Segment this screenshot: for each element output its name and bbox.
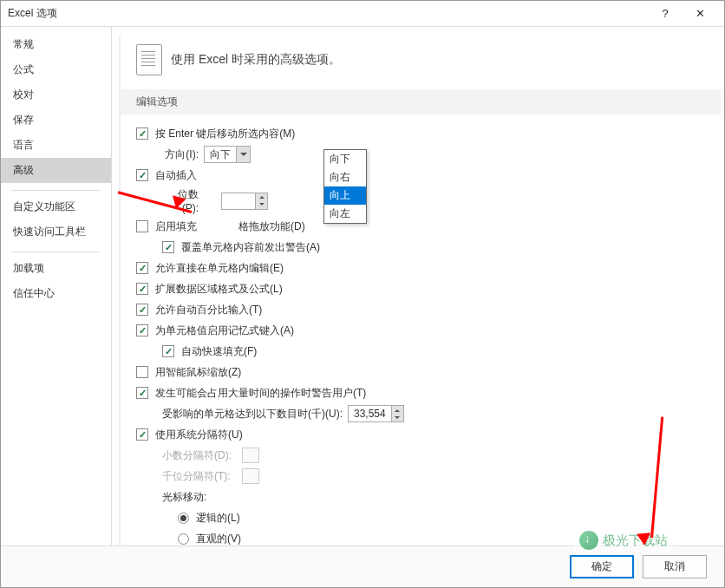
label-warn-long-op: 发生可能会占用大量时间的操作时警告用户(T) xyxy=(155,386,366,401)
spinner-arrows-icon xyxy=(255,193,267,209)
label-allow-edit: 允许直接在单元格内编辑(E) xyxy=(155,261,284,276)
row-affected-cells: 受影响的单元格达到以下数目时(千)(U): 33,554 xyxy=(136,403,721,424)
row-sys-sep: 使用系统分隔符(U) xyxy=(136,424,721,445)
watermark-icon xyxy=(579,531,598,550)
radio-intuitive[interactable] xyxy=(178,533,189,545)
row-logical: 逻辑的(L) xyxy=(136,507,721,528)
label-enter-move: 按 Enter 键后移动所选内容(M) xyxy=(155,127,295,141)
options-panel: 按 Enter 键后移动所选内容(M) 方向(I): 向下 自动插入 位数(P)… xyxy=(121,114,721,546)
help-button[interactable]: ? xyxy=(648,1,683,27)
label-cursor-move: 光标移动: xyxy=(162,490,206,505)
spinner-affected-cells-value: 33,554 xyxy=(349,406,391,421)
nav-advanced[interactable]: 高级 xyxy=(1,158,111,183)
checkbox-memo-input[interactable] xyxy=(136,324,148,336)
input-decimal-sep[interactable] xyxy=(242,448,259,463)
row-intelli-zoom: 用智能鼠标缩放(Z) xyxy=(136,362,721,382)
row-allow-pct: 允许自动百分比输入(T) xyxy=(136,299,721,320)
radio-logical[interactable] xyxy=(178,513,189,524)
label-enable-fill: 启用填充 xyxy=(155,219,197,234)
row-digits: 位数(P): xyxy=(136,186,721,216)
dialog-body: 常规 公式 校对 保存 语言 高级 自定义功能区 快速访问工具栏 加载项 信任中… xyxy=(1,27,724,546)
spinner-affected-cells[interactable]: 33,554 xyxy=(348,405,404,422)
checkbox-overwrite-warn[interactable] xyxy=(162,241,174,253)
label-sys-sep: 使用系统分隔符(U) xyxy=(155,428,243,442)
combo-direction[interactable]: 向下 xyxy=(204,146,251,163)
dd-item-right[interactable]: 向右 xyxy=(324,168,366,186)
label-intuitive: 直观的(V) xyxy=(196,532,241,546)
label-auto-insert: 自动插入 xyxy=(155,168,197,183)
label-direction: 方向(I): xyxy=(162,147,199,162)
row-extend-fmt: 扩展数据区域格式及公式(L) xyxy=(136,278,721,299)
dd-item-left[interactable]: 向左 xyxy=(324,205,366,223)
nav-proofing[interactable]: 校对 xyxy=(1,82,111,108)
dialog-footer: 确定 取消 xyxy=(1,546,724,586)
row-allow-edit: 允许直接在单元格内编辑(E) xyxy=(136,258,721,278)
row-overwrite-warn: 覆盖单元格内容前发出警告(A) xyxy=(136,237,721,258)
label-decimal-sep: 小数分隔符(D): xyxy=(162,448,242,463)
sidebar-group-3: 加载项 信任中心 xyxy=(1,256,111,310)
row-decimal-sep: 小数分隔符(D): xyxy=(136,445,721,466)
nav-quick-access[interactable]: 快速访问工具栏 xyxy=(1,219,111,245)
watermark: 极光下载站 xyxy=(574,529,673,552)
checkbox-enter-move[interactable] xyxy=(136,127,148,140)
label-extend-fmt: 扩展数据区域格式及公式(L) xyxy=(155,282,283,297)
sidebar-divider-2 xyxy=(11,252,101,252)
nav-addins[interactable]: 加载项 xyxy=(1,256,111,281)
direction-dropdown[interactable]: 向下 向右 向上 向左 xyxy=(323,149,367,224)
sidebar-divider-1 xyxy=(11,190,101,191)
checkbox-auto-insert[interactable] xyxy=(136,169,148,181)
watermark-text: 极光下载站 xyxy=(603,532,668,549)
label-logical: 逻辑的(L) xyxy=(196,511,240,526)
document-icon xyxy=(136,44,162,75)
label-digits: 位数(P): xyxy=(162,187,199,214)
checkbox-sys-sep[interactable] xyxy=(136,428,148,441)
input-thousand-sep[interactable] xyxy=(242,468,259,484)
close-button[interactable]: ✕ xyxy=(683,1,717,27)
checkbox-warn-long-op[interactable] xyxy=(136,387,148,399)
label-thousand-sep: 千位分隔符(T): xyxy=(162,469,242,484)
row-auto-insert: 自动插入 xyxy=(136,165,721,186)
spinner-arrows-icon xyxy=(391,406,403,421)
nav-language[interactable]: 语言 xyxy=(1,133,111,158)
row-enter-move: 按 Enter 键后移动所选内容(M) xyxy=(136,123,721,144)
row-memo-input: 为单元格值启用记忆式键入(A) xyxy=(136,320,721,341)
nav-save[interactable]: 保存 xyxy=(1,108,111,133)
nav-trust[interactable]: 信任中心 xyxy=(1,281,111,306)
content-pane: 使用 Excel 时采用的高级选项。 编辑选项 按 Enter 键后移动所选内容… xyxy=(119,36,721,546)
spinner-digits-value xyxy=(222,193,255,209)
row-cursor-label: 光标移动: xyxy=(136,487,721,507)
dd-item-down[interactable]: 向下 xyxy=(324,150,366,168)
nav-custom-ribbon[interactable]: 自定义功能区 xyxy=(1,194,111,219)
checkbox-flash-fill[interactable] xyxy=(162,345,174,357)
label-allow-pct: 允许自动百分比输入(T) xyxy=(155,303,262,317)
checkbox-extend-fmt[interactable] xyxy=(136,283,148,295)
sidebar-group-2: 自定义功能区 快速访问工具栏 xyxy=(1,194,111,248)
checkbox-enable-fill[interactable] xyxy=(136,220,148,232)
checkbox-intelli-zoom[interactable] xyxy=(136,366,148,378)
cancel-button[interactable]: 取消 xyxy=(643,555,707,578)
label-overwrite-warn: 覆盖单元格内容前发出警告(A) xyxy=(181,240,320,255)
dd-item-up[interactable]: 向上 xyxy=(324,186,366,205)
content-header: 使用 Excel 时采用的高级选项。 xyxy=(121,36,721,89)
label-flash-fill: 自动快速填充(F) xyxy=(181,344,257,359)
combo-direction-value: 向下 xyxy=(205,147,236,162)
label-memo-input: 为单元格值启用记忆式键入(A) xyxy=(155,323,294,338)
nav-general[interactable]: 常规 xyxy=(1,32,111,57)
checkbox-allow-edit[interactable] xyxy=(136,262,148,274)
spinner-digits[interactable] xyxy=(221,193,268,210)
nav-formulas[interactable]: 公式 xyxy=(1,57,111,82)
row-thousand-sep: 千位分隔符(T): xyxy=(136,466,721,487)
label-intelli-zoom: 用智能鼠标缩放(Z) xyxy=(155,365,241,380)
label-affected-cells: 受影响的单元格达到以下数目时(千)(U): xyxy=(162,407,343,421)
row-warn-long-op: 发生可能会占用大量时间的操作时警告用户(T) xyxy=(136,382,721,403)
row-enable-fill: 启用填充 格拖放功能(D) xyxy=(136,216,721,237)
row-flash-fill: 自动快速填充(F) xyxy=(136,341,721,362)
checkbox-allow-pct[interactable] xyxy=(136,304,148,316)
sidebar-group-1: 常规 公式 校对 保存 语言 高级 xyxy=(1,32,111,186)
row-direction: 方向(I): 向下 xyxy=(136,144,721,165)
chevron-down-icon xyxy=(236,147,250,162)
sidebar: 常规 公式 校对 保存 语言 高级 自定义功能区 快速访问工具栏 加载项 信任中… xyxy=(1,27,112,546)
ok-button[interactable]: 确定 xyxy=(570,555,634,578)
content-header-text: 使用 Excel 时采用的高级选项。 xyxy=(171,52,341,68)
title-bar: Excel 选项 ? ✕ xyxy=(1,1,724,27)
